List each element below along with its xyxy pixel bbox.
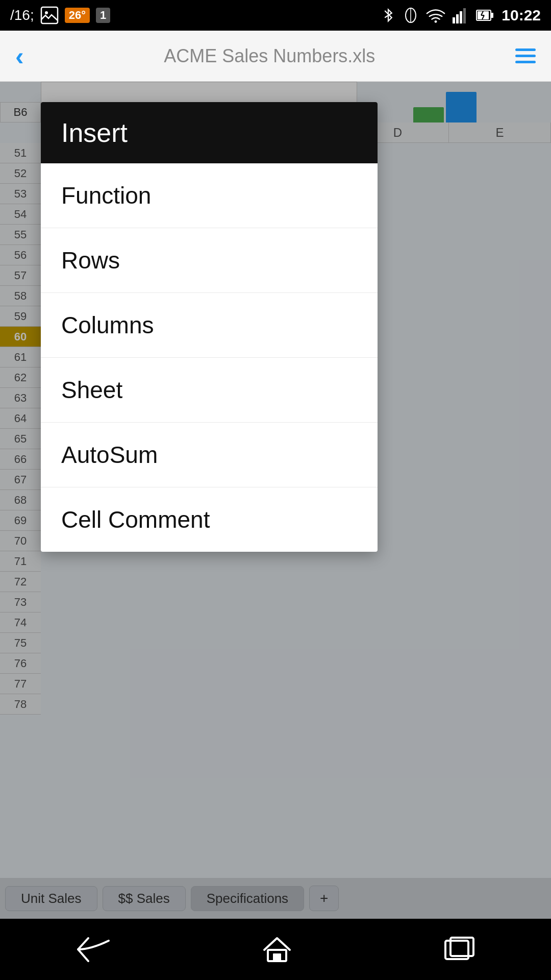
status-bar-right: 10:22 (381, 6, 541, 24)
wifi-icon (426, 6, 445, 24)
insert-autosum-label: AutoSum (61, 442, 158, 468)
menu-button[interactable] (515, 48, 536, 63)
svg-rect-5 (453, 17, 455, 23)
status-bar-left: /16; 26° 1 (10, 6, 110, 24)
svg-point-1 (45, 11, 48, 14)
svg-rect-7 (460, 11, 462, 23)
insert-cell-comment-item[interactable]: Cell Comment (41, 487, 378, 552)
number-badge: 1 (96, 8, 110, 23)
insert-rows-label: Rows (61, 247, 120, 274)
clock: 10:22 (502, 7, 541, 24)
temperature-badge: 26° (65, 8, 90, 23)
insert-columns-item[interactable]: Columns (41, 293, 378, 358)
svg-rect-16 (273, 953, 281, 961)
insert-menu-title: Insert (61, 118, 128, 148)
insert-function-label: Function (61, 182, 151, 209)
image-icon: /16; (10, 7, 34, 23)
insert-rows-item[interactable]: Rows (41, 228, 378, 293)
svg-point-4 (435, 20, 437, 23)
home-nav-button[interactable] (262, 936, 292, 964)
insert-sheet-item[interactable]: Sheet (41, 358, 378, 423)
svg-rect-8 (463, 8, 466, 23)
rotate-icon (403, 6, 419, 24)
insert-menu: Insert Function Rows Columns Sheet AutoS… (41, 102, 378, 552)
svg-rect-0 (41, 7, 58, 23)
image-icon (40, 6, 59, 24)
signal-icon (453, 6, 469, 24)
back-button[interactable]: ‹ (15, 41, 24, 71)
svg-rect-6 (456, 14, 459, 23)
bluetooth-icon (381, 6, 395, 24)
battery-icon (476, 6, 494, 24)
insert-menu-header: Insert (41, 102, 378, 163)
back-nav-button[interactable] (76, 936, 111, 964)
document-title: ACME Sales Numbers.xls (24, 45, 515, 67)
recent-nav-button[interactable] (443, 936, 476, 964)
status-bar: /16; 26° 1 (0, 0, 551, 31)
insert-columns-label: Columns (61, 312, 154, 338)
app-header: ‹ ACME Sales Numbers.xls (0, 31, 551, 82)
svg-rect-10 (491, 13, 493, 18)
insert-sheet-label: Sheet (61, 377, 122, 403)
insert-cell-comment-label: Cell Comment (61, 506, 210, 533)
insert-autosum-item[interactable]: AutoSum (41, 423, 378, 487)
insert-function-item[interactable]: Function (41, 163, 378, 228)
bottom-navigation (0, 919, 551, 980)
